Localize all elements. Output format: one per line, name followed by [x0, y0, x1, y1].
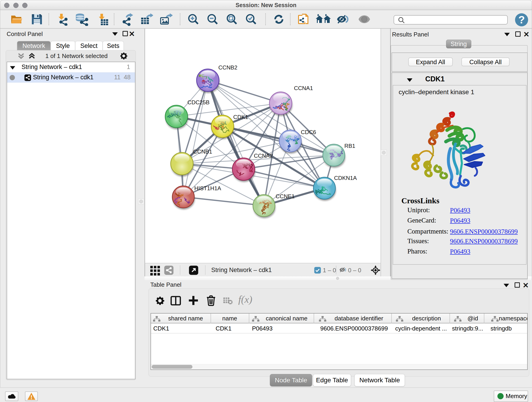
svg-text:CCNA1: CCNA1 [294, 85, 313, 91]
svg-text:CCNB1: CCNB1 [193, 148, 212, 155]
svg-text:RB1: RB1 [344, 143, 355, 149]
svg-text:CCNA2: CCNA2 [254, 153, 273, 159]
svg-text:CCNB2: CCNB2 [218, 64, 237, 70]
svg-text:CDKN1A: CDKN1A [334, 175, 357, 181]
svg-text:HIST1H1A: HIST1H1A [194, 185, 221, 191]
svg-text:CCNE1: CCNE1 [276, 193, 295, 199]
svg-text:CDC6: CDC6 [301, 129, 316, 135]
svg-text:CDK1: CDK1 [233, 114, 248, 120]
svg-text:CDC25B: CDC25B [187, 99, 210, 105]
